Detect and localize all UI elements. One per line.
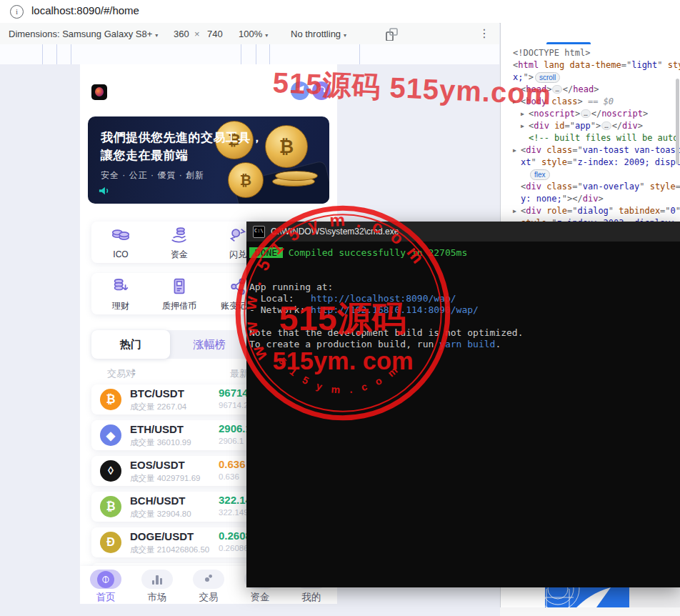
tw-seg-attr: style <box>668 60 680 70</box>
pair-volume: 成交量 2267.04 <box>130 402 186 412</box>
grid-item-funds[interactable]: 资金 <box>150 222 209 263</box>
bar-chart-icon <box>152 575 163 585</box>
tw-seg-pln: =" <box>572 145 582 155</box>
pair-volume: 成交量 36010.99 <box>130 437 191 448</box>
tw-seg-tag: div <box>534 121 549 131</box>
chevron-down-icon: ▾ <box>344 32 346 39</box>
watermark-stamp: w w w . 5 1 5 y m . c o m 5 1 5 y m . c … <box>227 197 459 432</box>
zoom-select[interactable]: 100%▾ <box>239 29 268 39</box>
grid-item-label: 资金 <box>171 249 188 261</box>
sort-icon[interactable]: ▲▼ <box>131 368 136 377</box>
dom-tree-line[interactable]: ▶<div role="dialog" tabindex="0" clas <box>505 205 680 217</box>
dimensions-separator: × <box>194 29 200 39</box>
nav-market[interactable]: 市场 <box>131 566 183 604</box>
expand-arrow-icon <box>505 59 513 71</box>
grid-item-label: ICO <box>113 249 128 259</box>
tw-seg-tag: head <box>573 84 594 94</box>
viewport-width-input[interactable]: 360 <box>174 29 189 39</box>
site-info-icon[interactable]: i <box>10 5 24 19</box>
dom-tree-line[interactable]: xt" style="z-index: 2009; display: n <box>505 157 680 169</box>
tw-seg-eq: == $0 <box>583 96 614 106</box>
dom-tree-line[interactable]: <div class="van-overlay" style="z-in <box>505 181 680 193</box>
tab-hot[interactable]: 热门 <box>91 330 170 359</box>
promo-banner[interactable]: ₿ ₿ ₿ 我們提供您先進的交易工具， 讓您走在最前端 安全 · 公正 · 優質… <box>88 116 329 204</box>
grid-item-label: 质押借币 <box>162 300 196 312</box>
expand-arrow-icon[interactable]: ▶ <box>513 205 521 217</box>
nav-trade[interactable]: 交易 <box>183 566 234 604</box>
tw-seg-attr: class <box>541 182 572 192</box>
tw-seg-pln: </ <box>563 84 573 94</box>
throttling-select[interactable]: No throttling▾ <box>291 29 346 39</box>
tw-seg-tag: div <box>622 121 638 131</box>
grid-item-invest[interactable]: 理财 <box>91 273 150 314</box>
dom-tree-line[interactable]: <html lang data-theme="light" style="fon <box>505 59 680 71</box>
tw-seg-attr: id <box>549 121 565 131</box>
dom-badge-flex[interactable]: flex <box>530 169 550 180</box>
tw-seg-pln: > <box>643 109 648 119</box>
tw-seg-val: z-index: 2009; display: n <box>577 157 680 167</box>
viewport-height-input[interactable]: 740 <box>207 29 223 39</box>
stamp-center-text: 515源码 <box>279 299 406 337</box>
tw-seg-pln: > <box>575 109 580 119</box>
grid-item-ico[interactable]: ICO <box>91 222 150 263</box>
expand-arrow-icon[interactable]: ▶ <box>513 144 521 157</box>
dom-tree-line[interactable]: <!-- built files will be auto inject <box>505 132 680 144</box>
stamp-circle-text: w w w . 5 1 5 y m . c o m <box>240 210 429 364</box>
tw-seg-ell: … <box>552 85 561 94</box>
tw-seg-tag: div <box>583 194 599 204</box>
grid-item-pledge[interactable]: 质押借币 <box>150 273 209 314</box>
eos-coin-icon: ◊ <box>100 460 121 482</box>
tw-seg-pln: " <box>609 206 619 216</box>
tw-seg-ell: … <box>581 109 590 118</box>
tw-seg-pln: " <box>531 157 541 167</box>
tw-seg-pln: > <box>638 121 643 131</box>
dom-tree-line[interactable]: flex <box>505 169 680 181</box>
dom-tree-line[interactable]: ▶<div class="van-toast van-toast--mid <box>505 144 680 157</box>
scrollbar-thumb[interactable] <box>676 79 679 164</box>
cm-seg-wht: . <box>495 339 501 349</box>
coins-exchange-icon <box>203 572 214 587</box>
coin-stacks-icon <box>110 225 131 247</box>
chevron-down-icon: ▾ <box>155 32 158 39</box>
pair-volume: 成交量 4029791.69 <box>130 473 200 484</box>
nav-home[interactable]: 首页 <box>80 566 131 604</box>
coins-down-arrow-icon <box>110 276 131 297</box>
media-query-ruler[interactable] <box>0 44 499 65</box>
expand-arrow-icon <box>513 157 521 169</box>
tw-seg-tag: div <box>526 206 541 216</box>
tw-seg-pln: > <box>578 96 583 106</box>
tw-seg-tag: html <box>518 60 539 70</box>
dom-tree-line[interactable]: y: none;"></div> <box>505 193 680 205</box>
tw-seg-com: <!-- built files will be auto inject <box>529 133 680 143</box>
dom-tree-line[interactable]: <!DOCTYPE html> <box>505 47 680 59</box>
expand-arrow-icon <box>513 193 521 205</box>
tw-seg-attr: role <box>541 206 567 216</box>
expand-arrow-icon[interactable]: ▶ <box>521 120 529 132</box>
btc-coin-icon: ₿ <box>100 389 121 410</box>
desktop-strip <box>500 607 680 616</box>
bitcoin-coin-icon: ₿ <box>265 125 308 168</box>
tw-seg-pln: > <box>594 84 599 94</box>
stamp-center-subtext: 515ym. com <box>273 347 414 374</box>
more-options-icon[interactable]: ⋮ <box>479 26 490 40</box>
tw-seg-pln: =" <box>567 157 577 167</box>
eth-coin-icon: ◆ <box>100 424 121 446</box>
tw-seg-pln: =" <box>565 121 575 131</box>
announcement-speaker-icon <box>98 185 111 197</box>
tw-seg-pln: > <box>598 194 603 204</box>
tw-seg-attr: tabindex <box>619 206 660 216</box>
pair-symbol: BTC/USDT <box>130 387 184 399</box>
app-logo <box>91 84 107 100</box>
dom-tree-line[interactable]: ▶<div id="app">…</div> <box>505 120 680 132</box>
tw-seg-attr: style <box>541 157 567 167</box>
pair-symbol: DOGE/USDT <box>130 530 194 542</box>
pair-volume: 成交量 210426806.50 <box>130 545 209 555</box>
desktop-patch <box>629 587 680 607</box>
device-select[interactable]: Dimensions: Samsung Galaxy S8+▾ <box>9 29 158 39</box>
url-input[interactable]: localhost:8090/#/home <box>31 4 139 16</box>
tw-seg-pln: </ <box>591 109 601 119</box>
rotate-viewport-icon[interactable] <box>385 28 398 41</box>
pair-symbol: ETH/USDT <box>130 423 184 435</box>
banner-subtitle: 安全 · 公正 · 優質 · 創新 <box>101 169 204 182</box>
device-toolbar: Dimensions: Samsung Galaxy S8+▾ 360 × 74… <box>0 23 499 45</box>
